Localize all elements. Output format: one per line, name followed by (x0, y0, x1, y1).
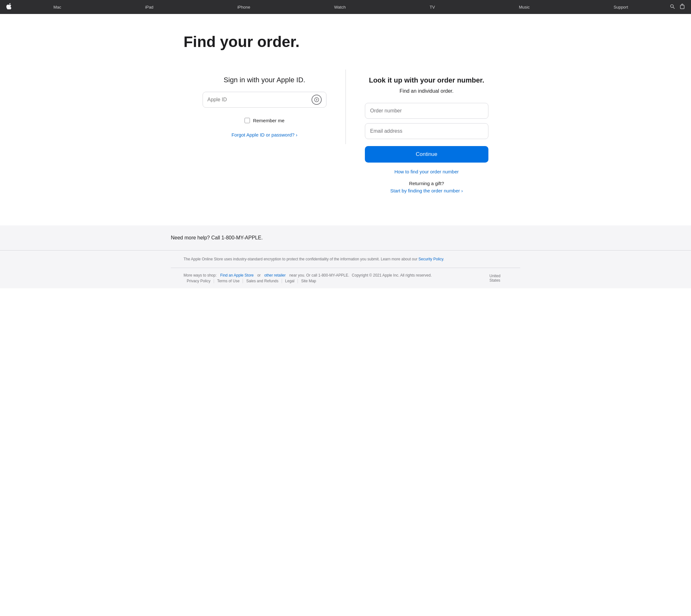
page-title: Find your order. (183, 33, 508, 50)
apple-id-input[interactable] (207, 97, 311, 103)
sign-in-title: Sign in with your Apple ID. (202, 76, 326, 84)
search-icon[interactable] (670, 4, 675, 10)
svg-point-0 (671, 4, 673, 7)
security-text: The Apple Online Store uses industry-sta… (183, 257, 417, 261)
region-selector[interactable]: United States (489, 274, 508, 283)
how-to-find-order-link[interactable]: How to find your order number (365, 169, 489, 174)
nav-menu: Mac iPad iPhone Watch TV Music Support (12, 5, 670, 9)
nav-item-ipad[interactable]: iPad (142, 5, 156, 9)
footer-security: The Apple Online Store uses industry-sta… (171, 250, 520, 268)
navigation: Mac iPad iPhone Watch TV Music Support (0, 0, 691, 14)
privacy-policy-link[interactable]: Privacy Policy (183, 279, 214, 283)
or-text: or (257, 273, 261, 278)
apple-logo[interactable] (6, 3, 12, 11)
apple-id-input-wrapper (202, 92, 326, 108)
remember-me-label: Remember me (253, 118, 284, 123)
footer-bottom: More ways to shop: Find an Apple Store o… (171, 268, 520, 288)
forgot-password-link[interactable]: Forgot Apple ID or password? › (232, 132, 298, 137)
svg-rect-2 (681, 5, 684, 8)
main-columns: Sign in with your Apple ID. Remember me … (183, 69, 508, 200)
footer-left: More ways to shop: Find an Apple Store o… (183, 273, 489, 283)
other-retailer-link[interactable]: other retailer (264, 273, 285, 278)
svg-line-1 (673, 7, 675, 8)
remember-me-row: Remember me (202, 118, 326, 123)
sign-in-column: Sign in with your Apple ID. Remember me … (183, 69, 346, 144)
order-lookup-column: Look it up with your order number. Find … (346, 69, 508, 200)
nav-actions (670, 3, 685, 10)
remember-me-checkbox[interactable] (244, 118, 250, 123)
svg-point-3 (315, 97, 319, 102)
nav-item-tv[interactable]: TV (427, 5, 438, 9)
lookup-title: Look it up with your order number. (365, 76, 489, 85)
nav-item-support[interactable]: Support (610, 5, 631, 9)
order-number-input[interactable] (365, 103, 489, 119)
lookup-subtitle: Find an individual order. (365, 88, 489, 94)
nav-item-iphone[interactable]: iPhone (234, 5, 253, 9)
returning-gift-text: Returning a gift? (365, 181, 489, 186)
page-content: Find your order. Sign in with your Apple… (171, 14, 520, 225)
near-you-text: near you. Or call 1-800-MY-APPLE. (289, 273, 349, 278)
site-map-link[interactable]: Site Map (298, 279, 319, 283)
help-text: Need more help? Call 1-800-MY-APPLE. (171, 235, 520, 241)
footer-links: Privacy Policy Terms of Use Sales and Re… (183, 279, 320, 283)
email-address-input[interactable] (365, 123, 489, 139)
terms-of-use-link[interactable]: Terms of Use (214, 279, 243, 283)
footer: The Apple Online Store uses industry-sta… (0, 250, 691, 288)
copyright-text: Copyright © 2021 Apple Inc. All rights r… (352, 273, 432, 278)
start-finding-order-link[interactable]: Start by finding the order number › (390, 188, 463, 193)
apple-id-submit-button[interactable] (311, 95, 322, 105)
bag-icon[interactable] (680, 3, 685, 10)
continue-button[interactable]: Continue (365, 146, 489, 162)
nav-item-watch[interactable]: Watch (331, 5, 349, 9)
find-apple-store-link[interactable]: Find an Apple Store (220, 273, 253, 278)
legal-link[interactable]: Legal (282, 279, 298, 283)
nav-item-music[interactable]: Music (516, 5, 533, 9)
help-section: Need more help? Call 1-800-MY-APPLE. (0, 225, 691, 250)
security-policy-link[interactable]: Security Policy (418, 257, 443, 261)
sales-and-refunds-link[interactable]: Sales and Refunds (243, 279, 282, 283)
more-ways-text: More ways to shop: (183, 273, 217, 278)
nav-item-mac[interactable]: Mac (50, 5, 64, 9)
